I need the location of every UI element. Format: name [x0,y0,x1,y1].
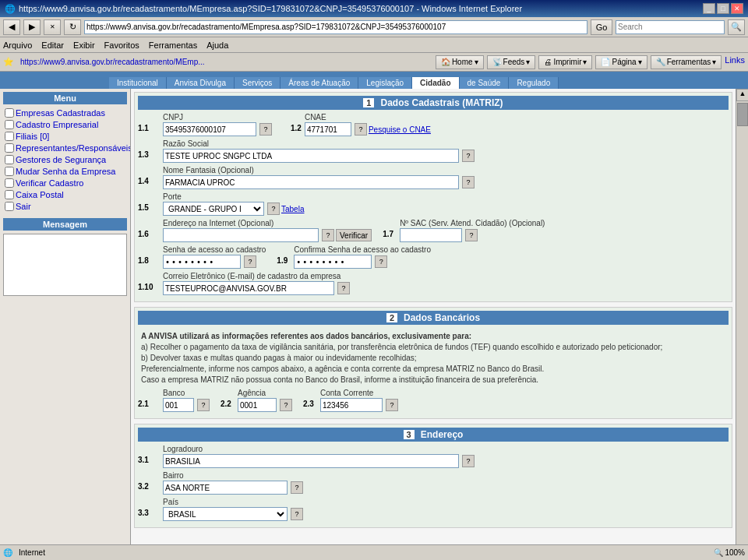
scroll-up-button[interactable]: ▲ [736,89,748,101]
endereco-internet-help[interactable]: ? [322,229,334,241]
scroll-thumb[interactable] [737,103,748,126]
sidebar-check-filiais[interactable] [5,132,14,141]
minimize-button[interactable]: _ [703,3,715,14]
tab-regulado[interactable]: Regulado [509,77,559,89]
search-input[interactable] [616,20,725,34]
menu-arquivo[interactable]: Arquivo [3,41,32,50]
sac-help[interactable]: ? [465,229,478,241]
tab-divulga[interactable]: Anvisa Divulga [167,77,235,89]
back-button[interactable]: ◀ [3,19,20,35]
title-bar-buttons[interactable]: _ □ ✕ [703,3,743,14]
logradouro-help[interactable]: ? [462,455,475,467]
menu-exibir[interactable]: Exibir [73,41,95,50]
tab-areas[interactable]: Áreas de Atuação [280,77,358,89]
nav-tabs: Institucional Anvisa Divulga Serviços Ár… [0,72,748,89]
bairro-label: Bairro [163,471,303,480]
porte-select[interactable]: GRANDE - GRUPO I [163,202,264,216]
go-button[interactable]: Go [591,19,612,35]
tab-institucional[interactable]: Institucional [109,77,167,89]
sidebar-check-verificar[interactable] [5,178,14,188]
senha-inline: ? [163,255,266,269]
address-input[interactable] [84,20,587,34]
sidebar-message-title: Mensagem [3,218,127,231]
conta-input[interactable] [320,398,383,412]
email-help[interactable]: ? [337,282,350,294]
sidebar-item-cadastro[interactable]: Cadastro Empresarial [3,119,127,130]
cnae-input[interactable] [305,122,351,136]
sidebar-check-empresas[interactable] [5,108,14,118]
logradouro-input[interactable] [163,454,459,468]
scroll-track[interactable] [736,101,748,548]
tab-servicos[interactable]: Serviços [235,77,280,89]
fav-url[interactable]: https://www9.anvisa.gov.br/recadastramen… [20,58,205,66]
sidebar-item-verificar[interactable]: Verificar Cadastro [3,178,127,188]
sidebar-item-sair[interactable]: Sair [3,201,127,212]
sidebar-item-caixa[interactable]: Caixa Postal [3,189,127,200]
feeds-button[interactable]: 📡 Feeds ▾ [487,55,536,69]
sidebar-item-gestores[interactable]: Gestores de Segurança [3,154,127,165]
scrollbar[interactable]: ▲ ▼ [736,89,748,560]
sidebar-item-senha[interactable]: Mudar Senha da Empresa [3,166,127,177]
porte-tabela-link[interactable]: Tabela [281,205,304,213]
refresh-button[interactable]: ↻ [64,19,81,35]
sidebar-check-representantes[interactable] [5,143,14,153]
sidebar-check-gestores[interactable] [5,155,14,164]
sidebar-check-sair[interactable] [5,202,14,211]
menu-editar[interactable]: Editar [41,41,64,50]
menu-favoritos[interactable]: Favoritos [104,41,139,50]
row-banking-fields: 2.1 Banco ? 2.2 Agência ? 2.3 [138,389,729,412]
senha-help[interactable]: ? [244,255,256,268]
search-button[interactable]: 🔍 [728,19,745,35]
cnpj-input[interactable] [163,122,256,136]
endereco-internet-input[interactable] [163,228,319,242]
tools-button[interactable]: 🔧 Ferramentas ▾ [651,55,722,69]
forward-button[interactable]: ▶ [23,19,41,35]
agencia-help[interactable]: ? [280,399,292,411]
maximize-button[interactable]: □ [717,3,729,14]
stop-button[interactable]: ✕ [44,19,61,35]
email-input[interactable] [163,281,334,295]
sidebar-item-filiais[interactable]: Filiais [0] [3,131,127,142]
pais-help[interactable]: ? [291,508,303,520]
banco-input[interactable] [163,398,194,412]
conta-help[interactable]: ? [386,399,398,411]
fantasia-input[interactable] [163,175,459,189]
bairro-input[interactable] [163,481,288,495]
cnpj-help[interactable]: ? [259,123,272,136]
home-button[interactable]: 🏠 Home ▾ [436,55,484,69]
close-button[interactable]: ✕ [731,3,743,14]
sidebar-item-empresas[interactable]: Empresas Cadastradas [3,107,127,118]
banco-help[interactable]: ? [197,399,210,411]
razao-input[interactable] [163,149,459,163]
porte-help[interactable]: ? [267,203,280,215]
bairro-help[interactable]: ? [291,481,303,494]
menu-ferramentas[interactable]: Ferramentas [149,41,197,50]
row-num-2-1: 2.1 [138,389,160,408]
verify-button[interactable]: Verificar [336,229,372,241]
sidebar-check-senha[interactable] [5,167,14,176]
section1-title: Dados Cadastrais (MATRIZ) [380,97,503,108]
razao-help[interactable]: ? [462,150,475,162]
cnae-link[interactable]: Pesquise o CNAE [369,125,431,134]
pais-select[interactable]: BRASIL [163,507,288,521]
fantasia-help[interactable]: ? [462,176,475,188]
tab-legislacao[interactable]: Legislação [358,77,412,89]
sidebar-message-box [3,234,127,296]
section1-header: 1 Dados Cadastrais (MATRIZ) [138,96,729,110]
confirma-senha-help[interactable]: ? [375,255,387,268]
sidebar-check-caixa[interactable] [5,190,14,199]
cnae-help[interactable]: ? [355,123,367,136]
sidebar-item-representantes[interactable]: Representantes/Responsáveis [3,143,127,153]
page-button[interactable]: 📄 Página ▾ [595,55,647,69]
sidebar-check-cadastro[interactable] [5,120,14,129]
confirma-senha-input[interactable] [294,255,372,269]
senha-input[interactable] [163,255,241,269]
sac-input[interactable] [400,228,462,242]
agencia-input[interactable] [238,398,277,412]
links-button[interactable]: Links [725,55,745,69]
print-button[interactable]: 🖨 Imprimir ▾ [538,55,592,69]
tab-cidadao[interactable]: Cidadão [412,77,459,89]
row-num-1-9: 1.9 [269,245,291,265]
menu-ajuda[interactable]: Ajuda [206,41,228,50]
tab-saude[interactable]: de Saúde [460,77,510,89]
